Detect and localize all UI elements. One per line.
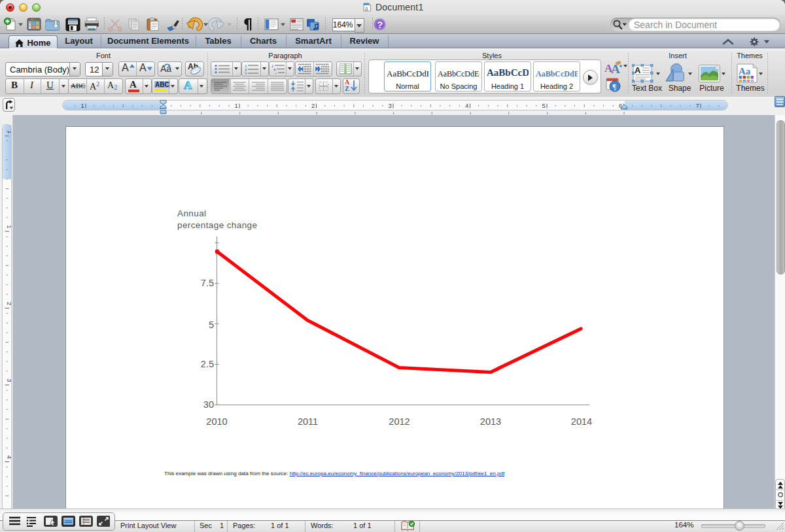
svg-text:3: 3 — [245, 72, 247, 75]
svg-text:2: 2 — [311, 102, 315, 109]
svg-text:30: 30 — [203, 399, 214, 410]
svg-text:2010: 2010 — [206, 416, 227, 427]
svg-text:3: 3 — [389, 102, 392, 109]
svg-text:1: 1 — [235, 102, 238, 109]
svg-text:?: ? — [377, 20, 383, 30]
svg-text:2.5: 2.5 — [201, 359, 214, 369]
svg-text:7.5: 7.5 — [201, 278, 214, 288]
svg-text:a: a — [365, 4, 368, 12]
svg-text:percentage change: percentage change — [177, 220, 257, 230]
svg-text:2013: 2013 — [480, 416, 501, 427]
svg-text:i: i — [275, 71, 276, 75]
svg-text:2011: 2011 — [298, 416, 318, 427]
svg-text:5: 5 — [542, 102, 546, 109]
svg-text:A: A — [635, 65, 641, 75]
svg-text:Aa: Aa — [739, 66, 751, 76]
svg-text:2014: 2014 — [571, 416, 592, 427]
svg-text:4: 4 — [465, 102, 468, 109]
svg-text:¶: ¶ — [613, 82, 617, 91]
svg-text:Annual: Annual — [177, 208, 206, 218]
svg-text:7: 7 — [696, 102, 699, 109]
svg-text:1: 1 — [81, 102, 84, 109]
svg-text:5: 5 — [209, 320, 214, 330]
svg-text:2012: 2012 — [389, 416, 410, 427]
